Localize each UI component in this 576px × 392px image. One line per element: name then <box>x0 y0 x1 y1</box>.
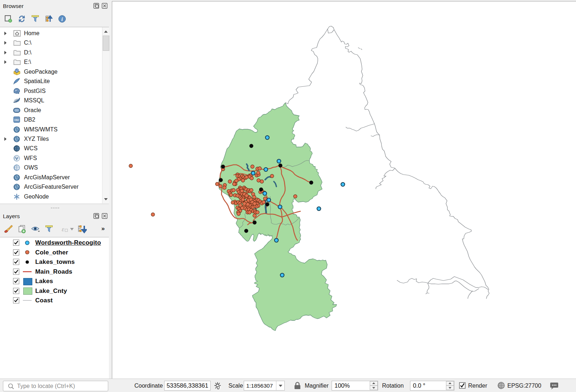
svg-text:DB2: DB2 <box>14 119 19 121</box>
svg-text:ε: ε <box>62 226 64 233</box>
